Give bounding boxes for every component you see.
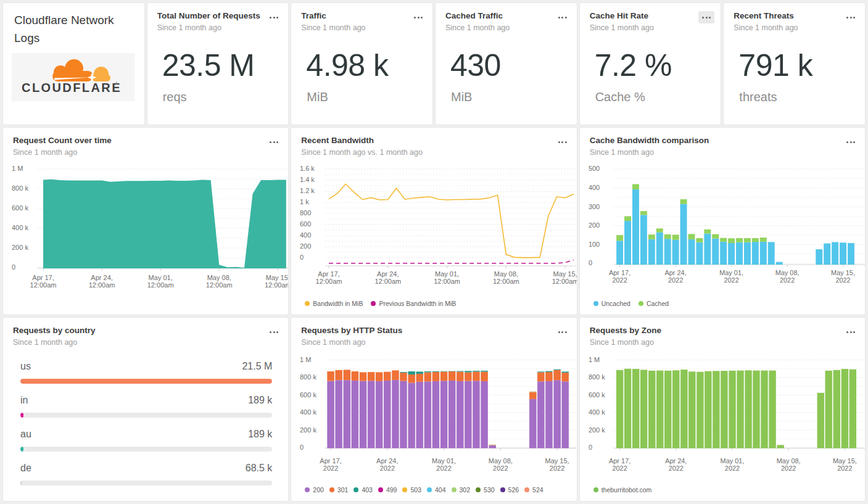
svg-text:Apr 17,: Apr 17,: [318, 270, 340, 278]
legend-item[interactable]: 403: [353, 486, 373, 494]
svg-text:12:00am: 12:00am: [206, 281, 233, 289]
svg-text:0: 0: [589, 444, 592, 451]
panel-menu-icon[interactable]: [843, 326, 859, 338]
svg-text:12:00am: 12:00am: [552, 278, 577, 285]
legend-dot: [427, 487, 432, 492]
svg-text:2022: 2022: [837, 465, 852, 472]
panel-menu-icon[interactable]: [266, 326, 282, 338]
panel-menu-icon[interactable]: [555, 11, 571, 23]
svg-text:2022: 2022: [323, 465, 338, 472]
card-subtitle: Since 1 month ago: [445, 23, 567, 32]
country-list: us21.5 Min189 kau189 kde68.5 k: [20, 361, 272, 497]
panel-subtitle: Since 1 month ago: [590, 338, 855, 347]
country-row: us21.5 M: [20, 361, 272, 395]
country-value: 21.5 M: [242, 361, 272, 372]
legend-item[interactable]: 302: [452, 486, 471, 494]
legend-dot: [593, 301, 598, 306]
cloudflare-logo: CLOUDFLARE: [12, 53, 134, 101]
panel-menu-icon[interactable]: [843, 136, 859, 148]
panel-menu-icon[interactable]: [266, 11, 282, 23]
panel-menu-icon[interactable]: [555, 326, 571, 338]
panel-subtitle: Since 1 month ago: [13, 148, 278, 157]
legend-item[interactable]: Previous Bandwidth in MiB: [371, 300, 456, 307]
legend-item[interactable]: 499: [378, 486, 397, 494]
svg-text:May 15,: May 15,: [266, 274, 289, 281]
svg-text:600 k: 600 k: [12, 205, 28, 212]
svg-text:2022: 2022: [612, 465, 627, 472]
svg-text:2022: 2022: [780, 276, 795, 284]
cloudflare-logo-svg: CLOUDFLARE: [17, 59, 128, 96]
country-bar: [20, 413, 23, 418]
legend-item[interactable]: 526: [500, 486, 519, 494]
stat-card-cached-traffic: Cached Traffic Since 1 month ago 430 MiB: [436, 3, 577, 125]
brand-card: Cloudflare Network Logs CLOUDFLARE: [3, 3, 144, 125]
stat-card-recent-threats: Recent Threats Since 1 month ago 791 k t…: [724, 3, 865, 125]
panel-menu-icon[interactable]: [698, 11, 714, 23]
country-code: de: [20, 463, 31, 474]
panel-menu-icon[interactable]: [555, 136, 571, 148]
panel-http-status: Requests by HTTP Status Since 1 month ag…: [291, 318, 576, 501]
legend-item[interactable]: theburritobot.com: [593, 486, 652, 494]
svg-text:2022: 2022: [668, 465, 683, 472]
panel-subtitle: Since 1 month ago vs. 1 month ago: [301, 148, 566, 157]
svg-text:Apr 17,: Apr 17,: [609, 457, 630, 465]
country-value: 189 k: [248, 429, 272, 440]
legend-dot: [524, 487, 529, 492]
svg-text:Apr 17,: Apr 17,: [32, 274, 54, 281]
card-title: Cached Traffic: [445, 11, 567, 22]
panel-title: Cache Bandwidth comparison: [590, 136, 855, 146]
legend-dot: [305, 487, 310, 492]
svg-text:May 08,: May 08,: [494, 270, 518, 278]
svg-text:May 01,: May 01,: [719, 269, 743, 276]
panel-requests-by-country: Requests by country Since 1 month ago us…: [3, 318, 288, 501]
svg-text:800 k: 800 k: [12, 185, 28, 192]
chart-legend: theburritobot.com: [593, 486, 660, 494]
legend-item[interactable]: 404: [427, 486, 446, 494]
svg-text:200: 200: [589, 221, 600, 229]
card-title: Total Number of Requests: [157, 11, 279, 22]
panel-menu-icon[interactable]: [266, 136, 282, 148]
svg-text:400: 400: [300, 232, 311, 239]
stat-card-total-requests: Total Number of Requests Since 1 month a…: [147, 3, 289, 125]
svg-text:500: 500: [589, 165, 600, 172]
legend-item[interactable]: 524: [524, 486, 544, 494]
legend-item[interactable]: 301: [329, 486, 349, 494]
legend-item[interactable]: Uncached: [593, 300, 630, 307]
svg-text:Apr 17,: Apr 17,: [320, 457, 342, 465]
panel-menu-icon[interactable]: [410, 11, 426, 23]
stat-unit: Cache %: [595, 90, 645, 104]
legend-item[interactable]: Cached: [639, 300, 669, 307]
stat-card-traffic: Traffic Since 1 month ago 4.98 k MiB: [291, 3, 432, 125]
svg-text:May 15,: May 15,: [553, 270, 577, 278]
legend-item[interactable]: 530: [476, 486, 495, 494]
svg-text:May 15,: May 15,: [545, 457, 569, 465]
svg-text:0: 0: [300, 254, 304, 262]
svg-text:May 08,: May 08,: [776, 457, 800, 465]
legend-item[interactable]: Bandwidth in MiB: [305, 300, 363, 307]
svg-text:May 08,: May 08,: [207, 274, 231, 281]
stat-unit: MiB: [451, 90, 472, 104]
svg-text:300: 300: [589, 203, 600, 210]
page-title: Cloudflare Network Logs: [3, 3, 144, 48]
legend-dot: [500, 487, 505, 492]
legend-dot: [593, 487, 598, 492]
panel-menu-icon[interactable]: [843, 11, 859, 23]
svg-text:600 k: 600 k: [300, 391, 316, 399]
svg-text:May 15,: May 15,: [831, 269, 855, 276]
card-title: Traffic: [301, 11, 423, 22]
svg-text:1 M: 1 M: [300, 356, 311, 363]
svg-text:1 k: 1 k: [300, 199, 309, 206]
country-bar-track: [20, 447, 272, 452]
stat-unit: reqs: [163, 90, 187, 104]
country-row: in189 k: [20, 395, 272, 429]
legend-item[interactable]: 200: [305, 486, 324, 494]
legend-dot: [476, 487, 481, 492]
panel-request-count: Request Count over time Since 1 month ag…: [3, 128, 288, 315]
stat-value: 23.5 M: [162, 50, 255, 81]
panel-subtitle: Since 1 month ago: [590, 148, 855, 157]
svg-text:2022: 2022: [668, 276, 683, 284]
panel-cache-bandwidth: Cache Bandwidth comparison Since 1 month…: [580, 128, 865, 315]
stat-value: 430: [450, 50, 501, 81]
legend-item[interactable]: 503: [402, 486, 421, 494]
svg-text:2022: 2022: [550, 465, 564, 472]
